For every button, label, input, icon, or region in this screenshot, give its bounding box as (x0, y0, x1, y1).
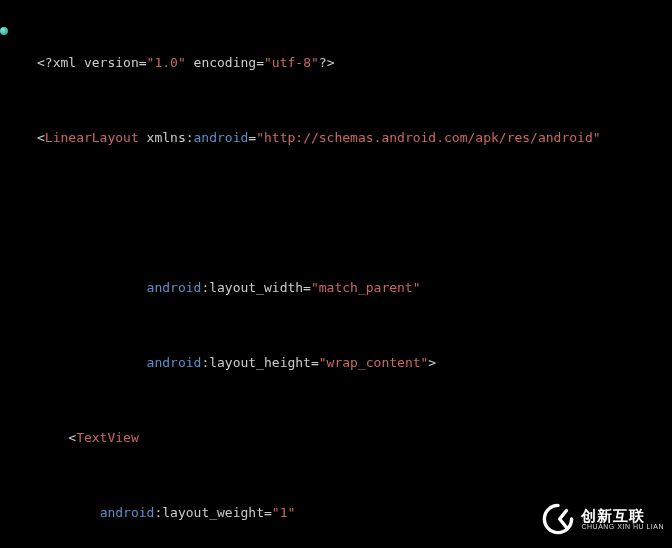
val-match-parent: match_parent (319, 280, 413, 295)
token-xml: xml (53, 55, 76, 70)
xml-encoding-value: utf-8 (272, 55, 311, 70)
val-1: 1 (280, 505, 288, 520)
tag-linearlayout-open: LinearLayout (45, 130, 139, 145)
attr-layout-height: :layout_height= (201, 355, 318, 370)
tag-textview-1: TextView (76, 430, 139, 445)
code-line: android:layout_height="wrap_content"> (37, 350, 672, 375)
code-line: <LinearLayout xmlns:android="http://sche… (37, 125, 672, 150)
code-line: <?xml version="1.0" encoding="utf-8"?> (37, 50, 672, 75)
token-version: version (84, 55, 139, 70)
breakpoint-marker[interactable] (0, 27, 8, 35)
watermark-en-text: CHUANG XIN HU LIAN (581, 523, 664, 530)
ns-url-value: http://schemas.android.com/apk/res/andro… (264, 130, 593, 145)
val-wrap-content: wrap_content (327, 355, 421, 370)
watermark-cn-text: 创新互联 (581, 508, 664, 523)
token-xmlns: xmlns: (147, 130, 194, 145)
xml-version-value: 1.0 (154, 55, 177, 70)
token-android: android (147, 355, 202, 370)
code-line: android:layout_width="match_parent" (37, 275, 672, 300)
watermark: 创新互联 CHUANG XIN HU LIAN (541, 502, 664, 536)
watermark-logo-icon (541, 502, 575, 536)
code-line: <TextView (37, 425, 672, 450)
attr-layout-weight: :layout_weight= (154, 505, 271, 520)
token-android: android (194, 130, 249, 145)
attr-layout-width: :layout_width= (201, 280, 311, 295)
token-encoding: encoding (194, 55, 257, 70)
code-line (37, 200, 672, 225)
token-android: android (100, 505, 155, 520)
code-editor[interactable]: <?xml version="1.0" encoding="utf-8"?> <… (0, 0, 672, 548)
token-android: android (147, 280, 202, 295)
